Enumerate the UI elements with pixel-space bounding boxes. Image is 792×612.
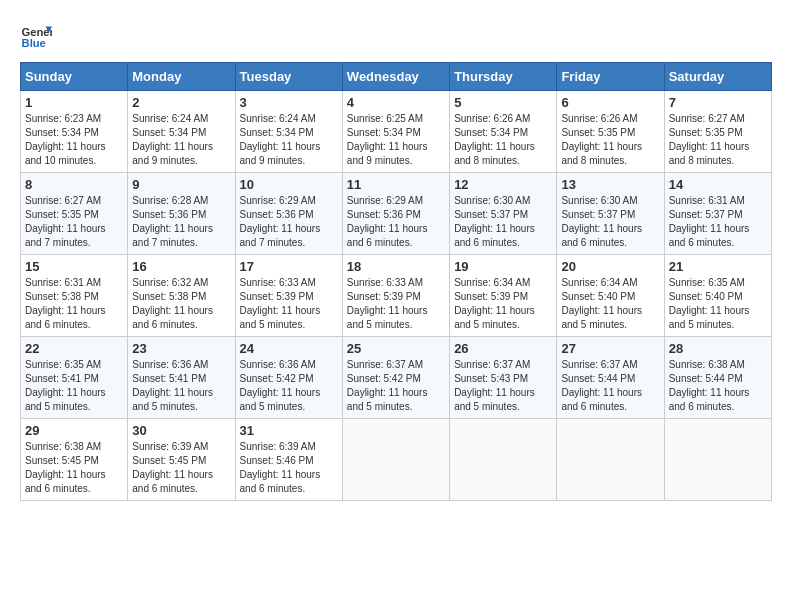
calendar-cell: 4Sunrise: 6:25 AMSunset: 5:34 PMDaylight…	[342, 91, 449, 173]
calendar-cell: 17Sunrise: 6:33 AMSunset: 5:39 PMDayligh…	[235, 255, 342, 337]
calendar-cell: 10Sunrise: 6:29 AMSunset: 5:36 PMDayligh…	[235, 173, 342, 255]
calendar-cell: 7Sunrise: 6:27 AMSunset: 5:35 PMDaylight…	[664, 91, 771, 173]
calendar-cell: 29Sunrise: 6:38 AMSunset: 5:45 PMDayligh…	[21, 419, 128, 501]
calendar-cell: 24Sunrise: 6:36 AMSunset: 5:42 PMDayligh…	[235, 337, 342, 419]
day-number: 28	[669, 341, 767, 356]
day-info: Sunrise: 6:39 AMSunset: 5:46 PMDaylight:…	[240, 440, 338, 496]
day-number: 2	[132, 95, 230, 110]
header: General Blue	[20, 20, 772, 52]
day-info: Sunrise: 6:33 AMSunset: 5:39 PMDaylight:…	[240, 276, 338, 332]
day-info: Sunrise: 6:30 AMSunset: 5:37 PMDaylight:…	[561, 194, 659, 250]
calendar-cell: 15Sunrise: 6:31 AMSunset: 5:38 PMDayligh…	[21, 255, 128, 337]
column-header-thursday: Thursday	[450, 63, 557, 91]
calendar-cell: 16Sunrise: 6:32 AMSunset: 5:38 PMDayligh…	[128, 255, 235, 337]
day-number: 7	[669, 95, 767, 110]
column-header-saturday: Saturday	[664, 63, 771, 91]
day-info: Sunrise: 6:35 AMSunset: 5:41 PMDaylight:…	[25, 358, 123, 414]
day-info: Sunrise: 6:36 AMSunset: 5:41 PMDaylight:…	[132, 358, 230, 414]
calendar-cell: 28Sunrise: 6:38 AMSunset: 5:44 PMDayligh…	[664, 337, 771, 419]
calendar-cell: 20Sunrise: 6:34 AMSunset: 5:40 PMDayligh…	[557, 255, 664, 337]
day-info: Sunrise: 6:38 AMSunset: 5:44 PMDaylight:…	[669, 358, 767, 414]
day-number: 22	[25, 341, 123, 356]
day-number: 23	[132, 341, 230, 356]
day-number: 20	[561, 259, 659, 274]
calendar-cell: 25Sunrise: 6:37 AMSunset: 5:42 PMDayligh…	[342, 337, 449, 419]
day-info: Sunrise: 6:33 AMSunset: 5:39 PMDaylight:…	[347, 276, 445, 332]
calendar-cell	[664, 419, 771, 501]
day-info: Sunrise: 6:30 AMSunset: 5:37 PMDaylight:…	[454, 194, 552, 250]
column-header-friday: Friday	[557, 63, 664, 91]
day-number: 14	[669, 177, 767, 192]
day-info: Sunrise: 6:26 AMSunset: 5:34 PMDaylight:…	[454, 112, 552, 168]
day-info: Sunrise: 6:37 AMSunset: 5:44 PMDaylight:…	[561, 358, 659, 414]
day-info: Sunrise: 6:25 AMSunset: 5:34 PMDaylight:…	[347, 112, 445, 168]
column-header-monday: Monday	[128, 63, 235, 91]
day-info: Sunrise: 6:23 AMSunset: 5:34 PMDaylight:…	[25, 112, 123, 168]
calendar-row: 15Sunrise: 6:31 AMSunset: 5:38 PMDayligh…	[21, 255, 772, 337]
day-number: 6	[561, 95, 659, 110]
day-info: Sunrise: 6:27 AMSunset: 5:35 PMDaylight:…	[669, 112, 767, 168]
day-number: 15	[25, 259, 123, 274]
day-number: 11	[347, 177, 445, 192]
calendar-cell: 21Sunrise: 6:35 AMSunset: 5:40 PMDayligh…	[664, 255, 771, 337]
calendar-cell: 31Sunrise: 6:39 AMSunset: 5:46 PMDayligh…	[235, 419, 342, 501]
day-info: Sunrise: 6:36 AMSunset: 5:42 PMDaylight:…	[240, 358, 338, 414]
day-info: Sunrise: 6:35 AMSunset: 5:40 PMDaylight:…	[669, 276, 767, 332]
calendar-cell	[342, 419, 449, 501]
calendar-cell	[450, 419, 557, 501]
calendar-cell: 27Sunrise: 6:37 AMSunset: 5:44 PMDayligh…	[557, 337, 664, 419]
day-info: Sunrise: 6:31 AMSunset: 5:38 PMDaylight:…	[25, 276, 123, 332]
day-number: 10	[240, 177, 338, 192]
calendar-cell: 6Sunrise: 6:26 AMSunset: 5:35 PMDaylight…	[557, 91, 664, 173]
day-info: Sunrise: 6:32 AMSunset: 5:38 PMDaylight:…	[132, 276, 230, 332]
day-number: 9	[132, 177, 230, 192]
day-number: 19	[454, 259, 552, 274]
day-info: Sunrise: 6:24 AMSunset: 5:34 PMDaylight:…	[240, 112, 338, 168]
day-number: 30	[132, 423, 230, 438]
svg-text:Blue: Blue	[22, 37, 46, 49]
day-info: Sunrise: 6:29 AMSunset: 5:36 PMDaylight:…	[347, 194, 445, 250]
day-info: Sunrise: 6:34 AMSunset: 5:40 PMDaylight:…	[561, 276, 659, 332]
logo-icon: General Blue	[20, 20, 52, 52]
day-info: Sunrise: 6:39 AMSunset: 5:45 PMDaylight:…	[132, 440, 230, 496]
calendar-row: 22Sunrise: 6:35 AMSunset: 5:41 PMDayligh…	[21, 337, 772, 419]
day-number: 3	[240, 95, 338, 110]
calendar-row: 1Sunrise: 6:23 AMSunset: 5:34 PMDaylight…	[21, 91, 772, 173]
calendar-cell: 30Sunrise: 6:39 AMSunset: 5:45 PMDayligh…	[128, 419, 235, 501]
day-info: Sunrise: 6:29 AMSunset: 5:36 PMDaylight:…	[240, 194, 338, 250]
calendar-cell: 18Sunrise: 6:33 AMSunset: 5:39 PMDayligh…	[342, 255, 449, 337]
day-info: Sunrise: 6:26 AMSunset: 5:35 PMDaylight:…	[561, 112, 659, 168]
calendar-cell: 12Sunrise: 6:30 AMSunset: 5:37 PMDayligh…	[450, 173, 557, 255]
calendar-cell: 14Sunrise: 6:31 AMSunset: 5:37 PMDayligh…	[664, 173, 771, 255]
calendar-cell: 9Sunrise: 6:28 AMSunset: 5:36 PMDaylight…	[128, 173, 235, 255]
day-number: 27	[561, 341, 659, 356]
day-number: 12	[454, 177, 552, 192]
day-info: Sunrise: 6:37 AMSunset: 5:42 PMDaylight:…	[347, 358, 445, 414]
calendar-row: 29Sunrise: 6:38 AMSunset: 5:45 PMDayligh…	[21, 419, 772, 501]
calendar-cell: 13Sunrise: 6:30 AMSunset: 5:37 PMDayligh…	[557, 173, 664, 255]
calendar-cell: 8Sunrise: 6:27 AMSunset: 5:35 PMDaylight…	[21, 173, 128, 255]
column-header-sunday: Sunday	[21, 63, 128, 91]
day-info: Sunrise: 6:37 AMSunset: 5:43 PMDaylight:…	[454, 358, 552, 414]
logo: General Blue	[20, 20, 52, 52]
day-info: Sunrise: 6:28 AMSunset: 5:36 PMDaylight:…	[132, 194, 230, 250]
day-number: 26	[454, 341, 552, 356]
day-number: 29	[25, 423, 123, 438]
calendar-cell: 26Sunrise: 6:37 AMSunset: 5:43 PMDayligh…	[450, 337, 557, 419]
calendar-cell: 5Sunrise: 6:26 AMSunset: 5:34 PMDaylight…	[450, 91, 557, 173]
calendar-cell: 19Sunrise: 6:34 AMSunset: 5:39 PMDayligh…	[450, 255, 557, 337]
day-number: 4	[347, 95, 445, 110]
day-info: Sunrise: 6:27 AMSunset: 5:35 PMDaylight:…	[25, 194, 123, 250]
day-number: 8	[25, 177, 123, 192]
calendar-row: 8Sunrise: 6:27 AMSunset: 5:35 PMDaylight…	[21, 173, 772, 255]
day-number: 1	[25, 95, 123, 110]
day-number: 18	[347, 259, 445, 274]
day-number: 16	[132, 259, 230, 274]
calendar-cell: 11Sunrise: 6:29 AMSunset: 5:36 PMDayligh…	[342, 173, 449, 255]
calendar-cell: 3Sunrise: 6:24 AMSunset: 5:34 PMDaylight…	[235, 91, 342, 173]
day-info: Sunrise: 6:38 AMSunset: 5:45 PMDaylight:…	[25, 440, 123, 496]
column-header-wednesday: Wednesday	[342, 63, 449, 91]
calendar-cell: 22Sunrise: 6:35 AMSunset: 5:41 PMDayligh…	[21, 337, 128, 419]
day-info: Sunrise: 6:34 AMSunset: 5:39 PMDaylight:…	[454, 276, 552, 332]
calendar-cell: 1Sunrise: 6:23 AMSunset: 5:34 PMDaylight…	[21, 91, 128, 173]
